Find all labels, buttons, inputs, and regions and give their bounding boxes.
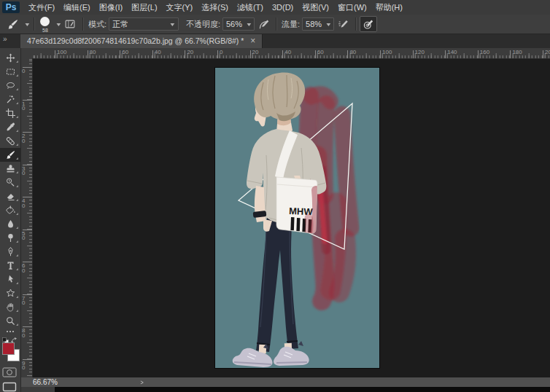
divider [82,17,83,31]
ruler-label: 9 0 [22,361,25,371]
brush-size-picker[interactable]: 58 ▼ [38,16,61,32]
photoshop-window: Ps 文件(F)编辑(E)图像(I)图层(L)文字(Y)选择(S)滤镜(T)3D… [0,0,550,392]
ruler-tick [445,50,446,58]
menu-item-2[interactable]: 图像(I) [95,0,127,15]
canvas-artwork: MHW [215,68,379,368]
color-picker-widget [0,334,20,366]
menu-item-1[interactable]: 编辑(E) [59,0,95,15]
brush-preset-icon[interactable] [4,16,21,32]
ruler-tick [250,50,251,58]
ruler-label: 7 0 [22,297,25,306]
zoom-tool[interactable] [0,314,20,328]
eraser-tool[interactable] [0,189,20,203]
mode-label: 模式: [88,19,106,30]
spot-healing-brush-tool[interactable] [0,134,20,148]
ruler-tick [315,50,316,58]
menu-item-0[interactable]: 文件(F) [24,0,59,15]
dodge-tool[interactable] [0,231,20,245]
toolbar-collapse-icon[interactable]: » [3,35,7,43]
brush-size-value: 58 [38,28,53,33]
menu-item-8[interactable]: 视图(V) [298,0,333,15]
ruler-label: 0 [220,49,222,55]
ruler-label: 2 0 [22,134,25,144]
screen-mode-icon[interactable] [2,382,17,392]
chevron-down-icon: ▼ [325,22,333,27]
lasso-tool[interactable] [0,79,20,93]
pen-tool-icon [6,247,15,256]
status-bar: 66.67% > [20,377,550,387]
document-tab[interactable]: 47e63d129c0d8f200674814619c70a2b.jpg @ 6… [20,34,263,48]
canvas-pasteboard: MHW [32,58,550,377]
ruler-label: 180 [512,49,522,55]
zoom-tool-icon [6,316,15,326]
ruler-tick [380,50,381,58]
ruler-label: 20 [187,49,193,55]
history-brush-tool-icon [6,178,15,187]
path-selection-tool[interactable] [0,273,20,286]
menu-item-9[interactable]: 窗口(W) [333,0,371,15]
ruler-tick [185,50,185,58]
opacity-input[interactable]: 56% ▼ [222,17,255,31]
brush-tool-icon [6,150,15,160]
magic-wand-tool[interactable] [0,93,20,106]
lasso-tool-icon [6,81,15,90]
eyedropper-tool[interactable] [0,120,20,134]
menu-item-3[interactable]: 图层(L) [127,0,161,15]
type-tool-icon [6,261,15,270]
status-chevron-icon[interactable]: > [141,379,144,386]
clone-stamp-tool[interactable] [0,162,20,176]
brush-tool[interactable] [0,148,20,162]
ruler-tick [413,50,414,58]
opacity-pressure-icon[interactable] [255,16,272,32]
blend-mode-select[interactable]: 正常 ▼ [109,17,179,31]
size-pressure-icon[interactable] [360,16,377,32]
menu-item-7[interactable]: 3D(D) [268,0,298,15]
crop-tool[interactable] [0,106,20,120]
ruler-label: 3 0 [22,167,25,176]
type-tool[interactable] [0,259,20,273]
airbrush-icon[interactable] [334,16,352,32]
ruler-tick [510,50,511,58]
ruler-label: 140 [447,49,457,55]
rectangular-marquee-tool[interactable] [0,65,20,79]
menu-item-4[interactable]: 文字(Y) [162,0,198,15]
clone-stamp-tool-icon [6,164,15,173]
chevron-down-icon[interactable]: ▼ [24,22,31,27]
chevron-down-icon: ▼ [169,22,177,27]
quick-mask-icon[interactable] [2,367,17,380]
custom-shape-tool[interactable] [0,286,20,300]
ruler-tick [543,50,543,58]
zoom-level-field[interactable]: 66.67% [33,378,58,386]
history-brush-tool[interactable] [0,176,20,189]
blur-tool-icon [6,219,15,229]
ruler-label: 120 [415,49,425,55]
rectangular-marquee-tool-icon [6,67,15,77]
eyedropper-tool-icon [6,122,15,132]
ruler-origin-corner[interactable] [20,48,33,59]
ruler-label: 60 [317,49,324,55]
move-tool[interactable] [0,51,20,65]
document-canvas[interactable]: MHW [215,68,379,368]
opacity-value: 56% [226,20,242,28]
menu-item-5[interactable]: 选择(S) [197,0,233,15]
paint-bucket-tool[interactable] [0,203,20,217]
foreground-color-swatch[interactable] [2,342,15,355]
divider [276,17,276,31]
menu-item-10[interactable]: 帮助(H) [371,0,407,15]
toggle-brush-panel-icon[interactable] [61,16,79,32]
flow-input[interactable]: 58% ▼ [302,17,334,31]
ruler-tick [120,50,120,58]
ruler-label: 100 [382,49,392,55]
menu-item-6[interactable]: 滤镜(T) [233,0,268,15]
ruler-label: 100 [57,49,66,55]
blur-tool[interactable] [0,217,20,231]
paint-bucket-tool-icon [6,205,15,215]
hand-tool[interactable] [0,300,20,314]
ruler-tick [347,50,348,58]
ruler-tick [152,50,153,58]
ruler-tick [217,50,218,58]
ruler-label: 4 0 [22,199,25,208]
close-tab-icon[interactable]: × [250,37,255,44]
pen-tool[interactable] [0,245,20,259]
ruler-label: 0 [22,69,25,74]
